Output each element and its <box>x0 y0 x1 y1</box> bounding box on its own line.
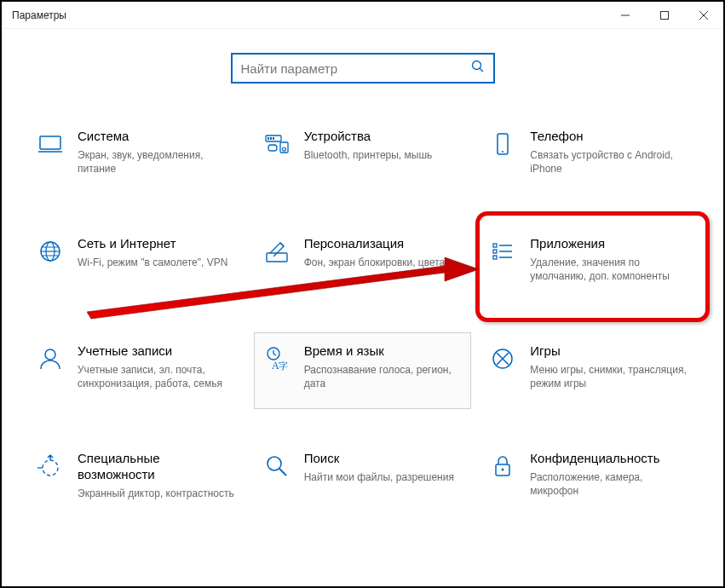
tile-desc: Расположение, камера, микрофон <box>530 470 688 498</box>
svg-rect-9 <box>268 137 269 140</box>
tile-title: Специальные возможности <box>78 451 236 483</box>
svg-line-5 <box>480 68 483 72</box>
lock-icon <box>489 453 518 483</box>
svg-point-16 <box>502 151 503 153</box>
tile-accounts[interactable]: Учетные записи Учетные записи, эл. почта… <box>27 332 245 409</box>
svg-rect-26 <box>493 250 497 253</box>
tile-title: Конфиденциальность <box>530 451 688 467</box>
tile-desc: Bluetooth, принтеры, мышь <box>304 148 463 162</box>
tile-desc: Найти мои файлы, разрешения <box>304 470 463 484</box>
search-box[interactable] <box>231 53 495 84</box>
tile-gaming[interactable]: Игры Меню игры, снимки, трансляция, режи… <box>480 332 698 409</box>
svg-rect-24 <box>493 244 497 247</box>
tile-desc: Учетные записи, эл. почта, синхронизация… <box>78 363 236 390</box>
display-icon <box>37 130 66 161</box>
phone-icon <box>489 130 518 161</box>
svg-line-23 <box>280 243 284 246</box>
svg-point-37 <box>43 460 58 476</box>
svg-point-4 <box>472 61 480 70</box>
svg-point-41 <box>502 469 504 471</box>
tile-desc: Удаление, значения по умолчанию, доп. ко… <box>530 256 688 283</box>
tile-title: Учетные записи <box>78 343 236 360</box>
svg-rect-28 <box>493 256 497 259</box>
settings-grid: Система Экран, звук, уведомления, питани… <box>2 92 723 516</box>
maximize-button[interactable] <box>645 2 684 29</box>
tile-phone[interactable]: Телефон Связать устройство с Android, iP… <box>480 118 698 194</box>
tile-desc: Экран, звук, уведомления, питание <box>78 148 236 176</box>
time-language-icon: A字 <box>263 345 292 376</box>
tile-title: Система <box>78 129 236 145</box>
svg-line-39 <box>279 469 286 476</box>
tile-network[interactable]: Сеть и Интернет Wi-Fi, режим "в самолете… <box>27 225 245 302</box>
tile-title: Сеть и Интернет <box>78 236 236 252</box>
svg-rect-22 <box>267 253 287 262</box>
search-icon <box>471 60 485 77</box>
tile-title: Приложения <box>530 236 688 252</box>
search-container <box>2 29 723 92</box>
svg-rect-6 <box>40 136 60 149</box>
tile-title: Время и язык <box>304 343 463 360</box>
magnifier-icon <box>263 453 292 483</box>
tile-title: Персонализация <box>304 236 463 252</box>
devices-icon <box>263 130 292 161</box>
svg-line-33 <box>273 354 276 355</box>
tile-title: Телефон <box>530 129 688 145</box>
minimize-button[interactable] <box>606 2 645 29</box>
tile-desc: Распознавание голоса, регион, дата <box>304 363 463 390</box>
tile-desc: Экранный диктор, контрастность <box>78 487 236 500</box>
tile-privacy[interactable]: Конфиденциальность Расположение, камера,… <box>480 440 698 516</box>
tile-desc: Меню игры, снимки, трансляция, режим игр… <box>530 363 688 390</box>
svg-point-30 <box>45 349 55 360</box>
tile-search[interactable]: Поиск Найти мои файлы, разрешения <box>254 440 472 516</box>
svg-point-38 <box>268 457 281 470</box>
tile-system[interactable]: Система Экран, звук, уведомления, питани… <box>27 118 245 194</box>
svg-rect-11 <box>273 137 274 140</box>
xbox-icon <box>489 345 518 376</box>
apps-list-icon <box>489 238 518 268</box>
tile-devices[interactable]: Устройства Bluetooth, принтеры, мышь <box>254 118 472 194</box>
tile-desc: Wi-Fi, режим "в самолете", VPN <box>78 256 236 269</box>
svg-rect-1 <box>661 11 669 19</box>
tile-title: Устройства <box>304 129 463 145</box>
svg-point-13 <box>282 147 285 151</box>
search-input[interactable] <box>241 61 471 76</box>
ease-of-access-icon <box>37 453 66 483</box>
tile-personalization[interactable]: Персонализация Фон, экран блокировки, цв… <box>254 225 472 302</box>
globe-icon <box>37 238 66 268</box>
close-button[interactable] <box>684 2 723 29</box>
tile-time-language[interactable]: A字 Время и язык Распознавание голоса, ре… <box>254 332 472 409</box>
tile-title: Поиск <box>304 451 463 467</box>
svg-text:字: 字 <box>279 360 288 371</box>
person-icon <box>37 345 66 376</box>
tile-desc: Фон, экран блокировки, цвета <box>304 256 463 269</box>
svg-rect-10 <box>270 137 272 140</box>
tile-ease-of-access[interactable]: Специальные возможности Экранный диктор,… <box>27 440 245 516</box>
tile-title: Игры <box>530 343 688 360</box>
tile-apps[interactable]: Приложения Удаление, значения по умолчан… <box>480 225 698 302</box>
svg-rect-14 <box>268 145 277 151</box>
brush-icon <box>263 238 292 268</box>
tile-desc: Связать устройство с Android, iPhone <box>530 148 688 176</box>
titlebar: Параметры <box>2 2 723 29</box>
window-title: Параметры <box>12 9 66 21</box>
